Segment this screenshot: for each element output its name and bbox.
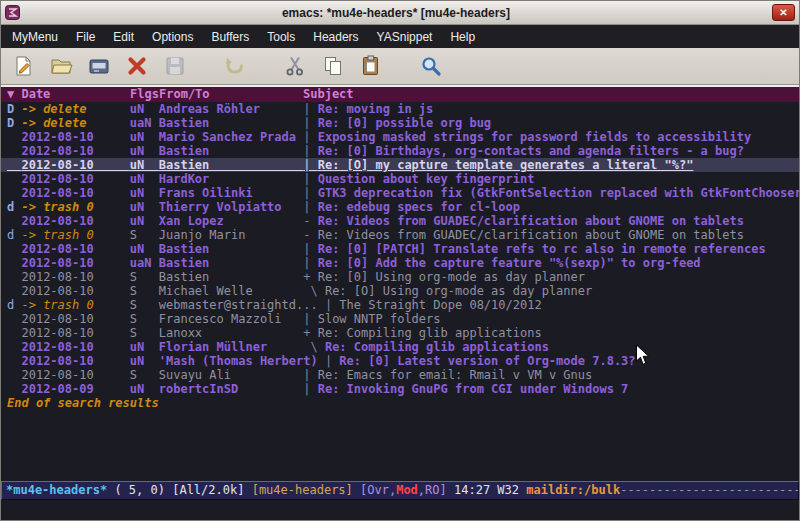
cell-subject: Re: Compiling glib applications bbox=[318, 326, 542, 340]
cell-flags: uN bbox=[130, 186, 159, 200]
search-button[interactable] bbox=[417, 52, 445, 80]
menu-headers[interactable]: Headers bbox=[304, 27, 367, 47]
column-header-date[interactable]: ▼ Date bbox=[7, 87, 130, 102]
copy-button[interactable] bbox=[319, 52, 347, 80]
modeline-time: 14:27 bbox=[454, 483, 497, 497]
message-row[interactable]: 2012-08-10 uaN Bastien | Re: [0] Add the… bbox=[1, 256, 799, 270]
message-row[interactable]: 2012-08-10 uN 'Mash (Thomas Herbert) | R… bbox=[1, 354, 799, 368]
cell-subject: Re: [0] [PATCH] Translate refs to rc als… bbox=[318, 242, 766, 256]
modeline-position: ( 5, 0) bbox=[107, 483, 172, 497]
modeline-buffer-name[interactable]: *mu4e-headers* bbox=[6, 483, 107, 497]
titlebar[interactable]: emacs: *mu4e-headers* [mu4e-headers] ✕ bbox=[1, 1, 799, 25]
cell-mark bbox=[7, 382, 21, 396]
paste-button[interactable] bbox=[357, 52, 385, 80]
cell-date: -> trash 0 bbox=[21, 298, 129, 312]
menu-file[interactable]: File bbox=[67, 27, 104, 47]
modeline-modified-flag[interactable]: Mod bbox=[396, 483, 418, 497]
message-row[interactable]: 2012-08-10 uN HardKor | Question about k… bbox=[1, 172, 799, 186]
cell-sep: | bbox=[325, 298, 339, 312]
cell-subject: Re: [0] possible org bug bbox=[318, 116, 491, 130]
message-row[interactable]: 2012-08-10 S Suvayu Ali | Re: Emacs for … bbox=[1, 368, 799, 382]
cell-date: 2012-08-10 bbox=[21, 214, 129, 228]
cell-flags: uaN bbox=[130, 116, 159, 130]
cell-from: Mario Sanchez Prada bbox=[159, 130, 304, 144]
cell-sep: \ bbox=[303, 340, 325, 354]
message-row-current[interactable]: 2012-08-10 uN Bastien | Re: [O] my captu… bbox=[1, 158, 799, 172]
modeline-fill-dashes: --------------------------- bbox=[620, 483, 799, 497]
cell-date: 2012-08-10 bbox=[21, 256, 129, 270]
message-row[interactable]: 2012-08-10 S Michael Welle \ Re: [O] Usi… bbox=[1, 284, 799, 298]
message-row[interactable]: 2012-08-10 uN Bastien | Re: [0] [PATCH] … bbox=[1, 242, 799, 256]
undo-button[interactable] bbox=[221, 52, 249, 80]
message-row[interactable]: d -> trash 0 S webmaster@straightd... | … bbox=[1, 298, 799, 312]
message-row[interactable]: d -> trash 0 uN Thierry Volpiatto | Re: … bbox=[1, 200, 799, 214]
cell-mark bbox=[7, 214, 21, 228]
menu-options[interactable]: Options bbox=[143, 27, 202, 47]
message-row[interactable]: 2012-08-10 uN Frans Oilinki | GTK3 depre… bbox=[1, 186, 799, 200]
menu-edit[interactable]: Edit bbox=[104, 27, 143, 47]
message-row[interactable]: 2012-08-10 uN Florian Müllner \ Re: Comp… bbox=[1, 340, 799, 354]
cell-subject: Re: [O] my capture template generates a … bbox=[318, 158, 694, 172]
message-row[interactable]: 2012-08-10 uN Mario Sanchez Prada | Expo… bbox=[1, 130, 799, 144]
message-row[interactable]: 2012-08-09 uN robertcInSD | Re: Invoking… bbox=[1, 382, 799, 396]
cell-sep: | bbox=[303, 242, 317, 256]
message-row[interactable]: D -> delete uaN Bastien | Re: [0] possib… bbox=[1, 116, 799, 130]
column-header-flags[interactable]: Flgs bbox=[130, 87, 159, 102]
menu-tools[interactable]: Tools bbox=[258, 27, 304, 47]
modeline-window-number: W32 bbox=[497, 483, 526, 497]
cell-from: 'Mash (Thomas Herbert) bbox=[159, 354, 325, 368]
cell-date: 2012-08-09 bbox=[21, 382, 129, 396]
cell-sep: | bbox=[303, 382, 317, 396]
column-header-from[interactable]: From/To bbox=[159, 87, 303, 102]
column-header-subject[interactable]: Subject bbox=[303, 87, 354, 102]
message-row[interactable]: d -> trash 0 S Juanjo Marin - Re: Videos… bbox=[1, 228, 799, 242]
cell-mark: d bbox=[7, 298, 21, 312]
close-icon: ✕ bbox=[779, 7, 787, 18]
toolbar-separator bbox=[199, 54, 211, 78]
end-of-results: End of search results bbox=[1, 396, 799, 410]
cell-flags: uN bbox=[130, 200, 159, 214]
cell-from: Florian Müllner bbox=[159, 340, 304, 354]
message-row[interactable]: 2012-08-10 S Lanoxx + Re: Compiling glib… bbox=[1, 326, 799, 340]
new-file-button[interactable] bbox=[9, 52, 37, 80]
cell-date: 2012-08-10 bbox=[21, 130, 129, 144]
modeline-maildir: maildir:/bulk bbox=[526, 483, 620, 497]
cell-from: Francesco Mazzoli bbox=[159, 312, 304, 326]
modeline-major-mode[interactable]: [mu4e-headers] bbox=[252, 483, 360, 497]
cut-button[interactable] bbox=[281, 52, 309, 80]
message-row[interactable]: 2012-08-10 S Francesco Mazzoli | Slow NN… bbox=[1, 312, 799, 326]
cell-flags: S bbox=[130, 270, 159, 284]
menu-help[interactable]: Help bbox=[441, 27, 484, 47]
toolbar-separator bbox=[395, 54, 407, 78]
cell-flags: S bbox=[130, 312, 159, 326]
message-row[interactable]: 2012-08-10 uN Xan Lopez - Re: Videos fro… bbox=[1, 214, 799, 228]
menu-yasnippet[interactable]: YASnippet bbox=[368, 27, 442, 47]
cell-flags: S bbox=[130, 284, 159, 298]
save-button[interactable] bbox=[161, 52, 189, 80]
cell-from: Bastien bbox=[159, 116, 304, 130]
cell-sep: + bbox=[303, 326, 317, 340]
menu-mymenu[interactable]: MyMenu bbox=[3, 27, 67, 47]
dired-button[interactable] bbox=[85, 52, 113, 80]
cell-subject: Exposing masked strings for password fie… bbox=[318, 130, 751, 144]
minibuffer[interactable] bbox=[1, 500, 799, 520]
cell-flags: uN bbox=[130, 382, 159, 396]
message-row[interactable]: 2012-08-10 uN Bastien | Re: [0] Birthday… bbox=[1, 144, 799, 158]
kill-buffer-button[interactable] bbox=[123, 52, 151, 80]
message-row[interactable]: 2012-08-10 S Bastien + Re: [0] Using org… bbox=[1, 270, 799, 284]
emacs-window: emacs: *mu4e-headers* [mu4e-headers] ✕ M… bbox=[0, 0, 800, 521]
cell-date: 2012-08-10 bbox=[21, 172, 129, 186]
toolbar bbox=[1, 48, 799, 85]
copy-icon bbox=[321, 54, 345, 78]
open-file-button[interactable] bbox=[47, 52, 75, 80]
menu-buffers[interactable]: Buffers bbox=[202, 27, 258, 47]
cell-sep: + bbox=[303, 270, 317, 284]
cell-from: Xan Lopez bbox=[159, 214, 304, 228]
cell-mark: d bbox=[7, 200, 21, 214]
close-button[interactable]: ✕ bbox=[772, 4, 795, 21]
cell-subject: Re: Videos from GUADEC/clarification abo… bbox=[318, 214, 744, 228]
cell-flags: uN bbox=[130, 340, 159, 354]
cell-from: Bastien bbox=[159, 242, 304, 256]
cell-subject: Re: Videos from GUADEC/clarification abo… bbox=[318, 228, 744, 242]
message-row[interactable]: D -> delete uN Andreas Röhler | Re: movi… bbox=[1, 102, 799, 116]
